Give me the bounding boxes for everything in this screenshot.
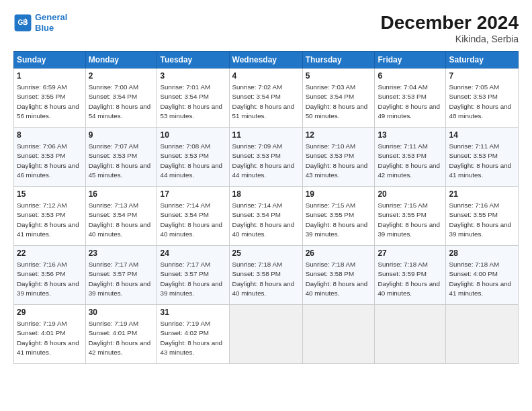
calendar-cell: 25Sunrise: 7:18 AMSunset: 3:58 PMDayligh…: [229, 246, 302, 305]
calendar-cell: 12Sunrise: 7:10 AMSunset: 3:53 PMDayligh…: [302, 128, 375, 187]
day-number: 30: [89, 307, 154, 318]
day-info: Sunrise: 7:18 AMSunset: 4:00 PMDaylight:…: [449, 261, 511, 297]
logo-line2: Blue: [35, 23, 54, 33]
calendar-cell: 26Sunrise: 7:18 AMSunset: 3:58 PMDayligh…: [302, 246, 375, 305]
col-header-sunday: Sunday: [14, 52, 86, 68]
col-header-monday: Monday: [85, 52, 157, 68]
calendar-cell: 1Sunrise: 6:59 AMSunset: 3:55 PMDaylight…: [14, 68, 86, 128]
day-info: Sunrise: 7:09 AMSunset: 3:53 PMDaylight:…: [232, 142, 295, 179]
week-row-3: 15Sunrise: 7:12 AMSunset: 3:53 PMDayligh…: [14, 187, 519, 246]
day-number: 13: [378, 130, 443, 140]
day-number: 23: [89, 248, 154, 259]
month-title: December 2024: [381, 12, 519, 34]
col-header-tuesday: Tuesday: [157, 52, 229, 68]
calendar-cell: 13Sunrise: 7:11 AMSunset: 3:53 PMDayligh…: [375, 128, 446, 187]
day-number: 10: [160, 130, 226, 140]
day-info: Sunrise: 7:16 AMSunset: 3:55 PMDaylight:…: [449, 201, 511, 238]
day-info: Sunrise: 7:04 AMSunset: 3:53 PMDaylight:…: [378, 83, 440, 120]
logo-text: General Blue: [35, 12, 67, 33]
day-info: Sunrise: 7:00 AMSunset: 3:54 PMDaylight:…: [89, 83, 151, 120]
day-number: 19: [306, 189, 372, 199]
calendar-cell: 11Sunrise: 7:09 AMSunset: 3:53 PMDayligh…: [229, 128, 302, 187]
day-info: Sunrise: 7:03 AMSunset: 3:54 PMDaylight:…: [306, 83, 368, 120]
day-info: Sunrise: 7:18 AMSunset: 3:59 PMDaylight:…: [378, 261, 440, 297]
week-row-4: 22Sunrise: 7:16 AMSunset: 3:56 PMDayligh…: [14, 246, 519, 305]
day-number: 17: [160, 189, 226, 199]
day-info: Sunrise: 7:15 AMSunset: 3:55 PMDaylight:…: [378, 201, 440, 238]
calendar-cell: 19Sunrise: 7:15 AMSunset: 3:55 PMDayligh…: [302, 187, 375, 246]
day-number: 7: [449, 71, 515, 81]
day-number: 12: [306, 130, 372, 140]
calendar-cell: 8Sunrise: 7:06 AMSunset: 3:53 PMDaylight…: [14, 128, 86, 187]
day-number: 9: [89, 130, 154, 140]
day-number: 22: [17, 248, 83, 259]
location-subtitle: Kikinda, Serbia: [381, 34, 519, 44]
day-info: Sunrise: 7:15 AMSunset: 3:55 PMDaylight:…: [306, 201, 368, 238]
day-info: Sunrise: 7:11 AMSunset: 3:53 PMDaylight:…: [449, 142, 511, 179]
day-info: Sunrise: 7:16 AMSunset: 3:56 PMDaylight:…: [17, 261, 79, 297]
day-number: 1: [17, 71, 83, 81]
header: GB General Blue December 2024 Kikinda, S…: [13, 12, 519, 44]
day-info: Sunrise: 7:07 AMSunset: 3:53 PMDaylight:…: [89, 142, 151, 179]
calendar-cell: 15Sunrise: 7:12 AMSunset: 3:53 PMDayligh…: [14, 187, 86, 246]
day-number: 18: [232, 189, 300, 199]
day-info: Sunrise: 7:18 AMSunset: 3:58 PMDaylight:…: [306, 261, 368, 297]
calendar-cell: 22Sunrise: 7:16 AMSunset: 3:56 PMDayligh…: [14, 246, 86, 305]
day-info: Sunrise: 7:06 AMSunset: 3:53 PMDaylight:…: [17, 142, 79, 179]
col-header-wednesday: Wednesday: [229, 52, 302, 68]
day-number: 20: [378, 189, 443, 199]
logo: GB General Blue: [13, 12, 67, 33]
logo-line1: General: [35, 12, 67, 22]
calendar-cell: 28Sunrise: 7:18 AMSunset: 4:00 PMDayligh…: [446, 246, 519, 305]
calendar-cell: 30Sunrise: 7:19 AMSunset: 4:01 PMDayligh…: [85, 305, 157, 364]
calendar-cell: 27Sunrise: 7:18 AMSunset: 3:59 PMDayligh…: [375, 246, 446, 305]
day-number: 6: [378, 71, 443, 81]
calendar-cell: 14Sunrise: 7:11 AMSunset: 3:53 PMDayligh…: [446, 128, 519, 187]
calendar-cell: 5Sunrise: 7:03 AMSunset: 3:54 PMDaylight…: [302, 68, 375, 128]
day-number: 21: [449, 189, 515, 199]
day-number: 27: [378, 248, 443, 259]
calendar-page: GB General Blue December 2024 Kikinda, S…: [0, 0, 532, 371]
day-number: 4: [232, 71, 300, 81]
day-info: Sunrise: 6:59 AMSunset: 3:55 PMDaylight:…: [17, 83, 79, 120]
week-row-1: 1Sunrise: 6:59 AMSunset: 3:55 PMDaylight…: [14, 68, 519, 128]
calendar-cell: 24Sunrise: 7:17 AMSunset: 3:57 PMDayligh…: [157, 246, 229, 305]
calendar-cell: [446, 305, 519, 364]
day-info: Sunrise: 7:14 AMSunset: 3:54 PMDaylight:…: [232, 201, 295, 238]
day-number: 31: [160, 307, 226, 318]
day-info: Sunrise: 7:13 AMSunset: 3:54 PMDaylight:…: [89, 201, 151, 238]
col-header-thursday: Thursday: [302, 52, 375, 68]
calendar-cell: 2Sunrise: 7:00 AMSunset: 3:54 PMDaylight…: [85, 68, 157, 128]
day-info: Sunrise: 7:12 AMSunset: 3:53 PMDaylight:…: [17, 201, 79, 238]
col-header-saturday: Saturday: [446, 52, 519, 68]
calendar-table: SundayMondayTuesdayWednesdayThursdayFrid…: [13, 51, 519, 364]
day-info: Sunrise: 7:05 AMSunset: 3:53 PMDaylight:…: [449, 83, 511, 120]
day-info: Sunrise: 7:01 AMSunset: 3:54 PMDaylight:…: [160, 83, 222, 120]
day-info: Sunrise: 7:18 AMSunset: 3:58 PMDaylight:…: [232, 261, 295, 297]
day-number: 3: [160, 71, 226, 81]
day-info: Sunrise: 7:19 AMSunset: 4:01 PMDaylight:…: [89, 320, 151, 356]
day-number: 29: [17, 307, 83, 318]
calendar-cell: 4Sunrise: 7:02 AMSunset: 3:54 PMDaylight…: [229, 68, 302, 128]
day-number: 26: [306, 248, 372, 259]
calendar-cell: [229, 305, 302, 364]
calendar-cell: 9Sunrise: 7:07 AMSunset: 3:53 PMDaylight…: [85, 128, 157, 187]
day-info: Sunrise: 7:19 AMSunset: 4:01 PMDaylight:…: [17, 320, 79, 356]
calendar-cell: 18Sunrise: 7:14 AMSunset: 3:54 PMDayligh…: [229, 187, 302, 246]
week-row-5: 29Sunrise: 7:19 AMSunset: 4:01 PMDayligh…: [14, 305, 519, 364]
calendar-cell: 23Sunrise: 7:17 AMSunset: 3:57 PMDayligh…: [85, 246, 157, 305]
day-number: 8: [17, 130, 83, 140]
calendar-cell: 20Sunrise: 7:15 AMSunset: 3:55 PMDayligh…: [375, 187, 446, 246]
day-of-week-row: SundayMondayTuesdayWednesdayThursdayFrid…: [14, 52, 519, 68]
day-info: Sunrise: 7:11 AMSunset: 3:53 PMDaylight:…: [378, 142, 440, 179]
calendar-cell: 16Sunrise: 7:13 AMSunset: 3:54 PMDayligh…: [85, 187, 157, 246]
day-info: Sunrise: 7:10 AMSunset: 3:53 PMDaylight:…: [306, 142, 368, 179]
day-number: 14: [449, 130, 515, 140]
day-number: 5: [306, 71, 372, 81]
week-row-2: 8Sunrise: 7:06 AMSunset: 3:53 PMDaylight…: [14, 128, 519, 187]
day-number: 15: [17, 189, 83, 199]
calendar-cell: 10Sunrise: 7:08 AMSunset: 3:53 PMDayligh…: [157, 128, 229, 187]
day-info: Sunrise: 7:19 AMSunset: 4:02 PMDaylight:…: [160, 320, 222, 356]
col-header-friday: Friday: [375, 52, 446, 68]
calendar-cell: 3Sunrise: 7:01 AMSunset: 3:54 PMDaylight…: [157, 68, 229, 128]
